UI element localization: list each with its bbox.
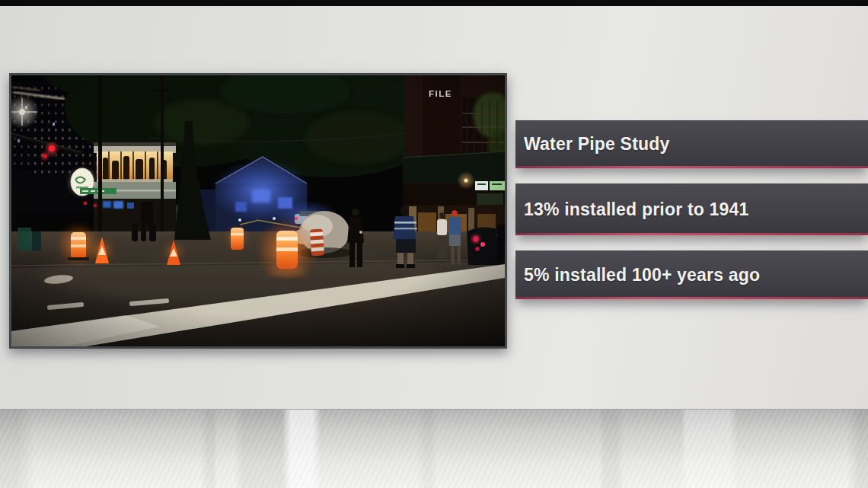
headline-banner: Water Pipe Study: [515, 120, 868, 168]
headline-banner-text: Water Pipe Study: [524, 134, 670, 155]
stat-banner-prior-1941: 13% installed prior to 1941: [515, 183, 868, 235]
stat-banner-100-years-text: 5% installed 100+ years ago: [524, 265, 760, 285]
night-street-scene: FILE: [11, 75, 505, 346]
studio-backdrop-lower: [0, 409, 868, 488]
letterbox-top-bar: [0, 0, 868, 6]
broadcast-frame: FILE Water Pipe Study 13% installed prio…: [0, 0, 868, 488]
file-tag: FILE: [429, 89, 452, 98]
stat-banner-prior-1941-text: 13% installed prior to 1941: [524, 199, 749, 220]
news-file-photo: FILE: [9, 73, 507, 349]
vignette: [11, 75, 505, 346]
stat-banner-100-years: 5% installed 100+ years ago: [515, 250, 868, 299]
